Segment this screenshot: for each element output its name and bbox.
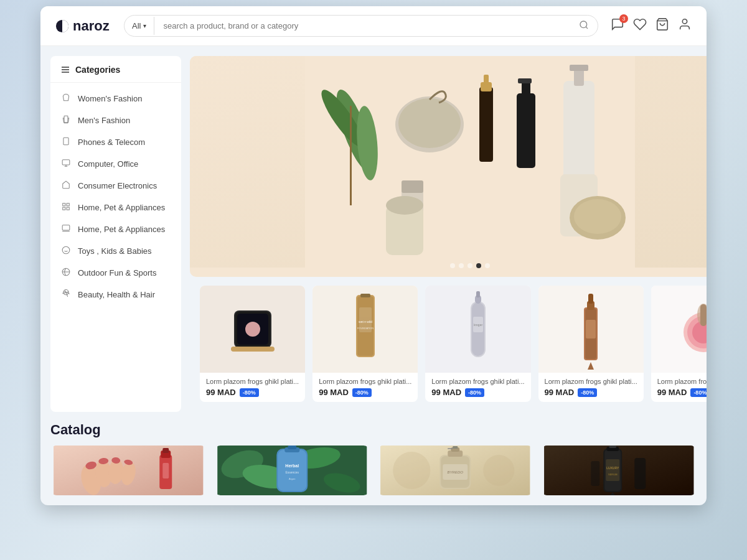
appliances-icon: [60, 224, 72, 235]
search-category-label: All: [132, 21, 141, 30]
svg-rect-72: [588, 294, 593, 304]
dot-5[interactable]: [485, 263, 490, 268]
svg-point-115: [483, 455, 514, 486]
logo[interactable]: naroz: [55, 18, 111, 34]
product-card-4[interactable]: Lorm plazom frogs ghikl plati... 99 MAD …: [538, 286, 644, 402]
dot-1[interactable]: [450, 263, 455, 268]
svg-text:SERUM: SERUM: [608, 473, 617, 476]
menu-icon: [60, 65, 70, 75]
svg-point-44: [574, 199, 621, 234]
svg-rect-41: [570, 65, 588, 71]
svg-text:BYREDO: BYREDO: [448, 470, 464, 474]
sports-icon: [60, 268, 72, 278]
product-price-row-2: 99 MAD -80%: [319, 388, 411, 397]
svg-point-30: [398, 98, 461, 148]
catalog-card-serum[interactable]: LUXURY SERUM: [541, 446, 697, 495]
svg-rect-120: [453, 446, 458, 449]
product-price-row-5: 99 MAD -80%: [657, 388, 707, 397]
svg-rect-38: [518, 78, 532, 83]
sidebar-item-toys-babies[interactable]: Toys , Kids & Babies: [50, 240, 181, 262]
product-price-3: 99 MAD: [431, 388, 461, 397]
sidebar-item-phones-telecom[interactable]: Phones & Telecom: [50, 131, 181, 153]
sidebar-item-label: Computer, Office: [78, 159, 138, 169]
product-discount-5: -80%: [690, 388, 707, 397]
sidebar-item-consumer-electronics[interactable]: Consumer Electronics: [50, 175, 181, 197]
hero-section: SAVE UP TO 70% SHOP NOW USE CODE: BLCKFR…: [190, 56, 707, 277]
products-strip: Lorm plazom frogs ghikl plati... 99 MAD …: [190, 286, 707, 412]
svg-text:Essences: Essences: [285, 470, 299, 474]
search-category-dropdown[interactable]: All ▾: [125, 17, 154, 35]
dot-4-active[interactable]: [476, 263, 481, 268]
account-button[interactable]: [678, 17, 692, 34]
search-icon: [579, 20, 589, 30]
sidebar-item-mens-fashion[interactable]: Men's Fashion: [50, 110, 181, 131]
sidebar-item-beauty-health[interactable]: Beauty, Health & Hair: [50, 284, 181, 306]
product-discount-2: -80%: [352, 388, 372, 397]
svg-rect-28: [350, 106, 352, 205]
catalog-card-perfume[interactable]: BYREDO: [377, 446, 533, 495]
nails-image: [50, 446, 207, 495]
phone-icon: [60, 137, 72, 147]
product-name-1: Lorm plazom frogs ghikl plati...: [206, 378, 299, 385]
product-info-5: Lorm plazom frogs ghikl plati... 99 MAD …: [651, 373, 707, 402]
search-button[interactable]: [570, 16, 598, 36]
hero-flatlay-svg: [190, 56, 707, 268]
svg-point-1: [580, 21, 587, 28]
sidebar-item-label: Home, Pet & Appliances: [78, 203, 165, 212]
pill-box-illustration: [228, 295, 278, 363]
sidebar-item-home-pet-appliances[interactable]: Home, Pet & Appliances: [50, 197, 181, 218]
svg-point-55: [245, 322, 260, 337]
sidebar-item-outdoor-sports[interactable]: Outdoor Fun & Sports: [50, 262, 181, 284]
product-card-2[interactable]: wet n wild FOUNDATION Lorm plazom frogs …: [312, 286, 418, 402]
womens-fashion-icon: [60, 93, 72, 104]
header: naroz All ▾ 3: [40, 6, 707, 46]
search-input[interactable]: [154, 17, 570, 35]
product-price-5: 99 MAD: [657, 388, 687, 397]
blush-illustration: [675, 301, 707, 357]
dropper-illustration: [575, 289, 606, 370]
sidebar-item-womens-fashion[interactable]: Women's Fashion: [50, 88, 181, 110]
chat-badge: 3: [619, 14, 628, 23]
svg-rect-73: [586, 320, 596, 338]
dot-2[interactable]: [459, 263, 464, 268]
beauty-icon: [60, 289, 72, 300]
svg-rect-108: [288, 446, 296, 449]
sidebar-title: Categories: [50, 65, 181, 83]
header-icons: 3: [611, 17, 692, 34]
svg-rect-33: [479, 87, 493, 162]
cart-button[interactable]: [655, 17, 669, 34]
svg-rect-17: [62, 225, 70, 230]
chat-button[interactable]: 3: [611, 17, 624, 34]
svg-rect-132: [634, 458, 646, 489]
svg-rect-35: [484, 75, 489, 85]
wishlist-button[interactable]: [633, 17, 647, 34]
hero-banner[interactable]: [190, 56, 707, 277]
product-card-3[interactable]: kroger Lorm plazom frogs ghikl plati... …: [425, 286, 530, 402]
catalog-card-nails[interactable]: [50, 446, 207, 495]
svg-rect-40: [574, 68, 584, 86]
product-price-1: 99 MAD: [206, 388, 236, 397]
product-info-3: Lorm plazom frogs ghikl plati... 99 MAD …: [425, 373, 530, 402]
mens-fashion-icon: [60, 115, 72, 126]
svg-rect-13: [63, 203, 65, 206]
catalog-card-shampoo[interactable]: Herbal Essences Argan: [214, 446, 370, 495]
product-name-2: Lorm plazom frogs ghikl plati...: [319, 378, 411, 385]
svg-rect-62: [360, 294, 370, 297]
sidebar-item-computer-office[interactable]: Computer, Office: [50, 153, 181, 175]
svg-rect-14: [67, 203, 69, 206]
heart-icon: [633, 17, 647, 31]
product-card-1[interactable]: Lorm plazom frogs ghikl plati... 99 MAD …: [200, 286, 305, 402]
hero-image: [190, 56, 707, 268]
svg-rect-36: [517, 93, 535, 168]
product-image-5: [651, 286, 707, 373]
sidebar-item-pet-appliances[interactable]: Home, Pet & Appliances: [50, 218, 181, 240]
svg-rect-8: [63, 138, 68, 145]
dot-3[interactable]: [467, 263, 472, 268]
electronics-icon: [60, 180, 72, 191]
svg-text:Herbal: Herbal: [285, 464, 299, 468]
product-card-5[interactable]: Lorm plazom frogs ghikl plati... 99 MAD …: [651, 286, 707, 402]
sidebar-item-label: Phones & Telecom: [78, 138, 145, 147]
svg-rect-128: [609, 446, 616, 448]
content-area: Categories Women's Fashion Men's Fashion…: [40, 46, 707, 422]
serum-illustration: kroger: [459, 289, 497, 370]
